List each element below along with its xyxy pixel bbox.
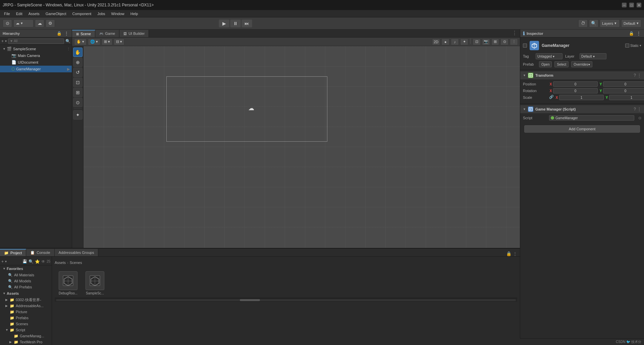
tool-hand[interactable]: ✋	[73, 48, 83, 57]
step-button[interactable]: ⏭	[241, 19, 252, 27]
menu-assets[interactable]: Assets	[26, 11, 42, 16]
prefab-select-button[interactable]: Select	[554, 61, 569, 67]
hierarchy-arrow-icon[interactable]: ▾	[5, 39, 7, 43]
history-button[interactable]: ⏱	[578, 19, 588, 27]
menu-file[interactable]: File	[1, 11, 13, 16]
gamescript-help-icon[interactable]: ?	[634, 107, 636, 112]
menu-gameobject[interactable]: GameObject	[43, 11, 69, 16]
tool-rotate[interactable]: ↺	[73, 68, 83, 77]
prefab-overrides-button[interactable]: Overrides ▾	[571, 61, 592, 67]
gamescript-header[interactable]: ▼ Game Manager (Script) ? ⋮	[520, 105, 644, 113]
scene-tab-more[interactable]: ⋮	[509, 29, 520, 37]
ps-folder-gamemanag[interactable]: ▷ 📁 GameManag...	[0, 333, 52, 339]
menu-component[interactable]: Component	[69, 11, 94, 16]
transform-settings-icon[interactable]: ⋮	[637, 73, 641, 78]
ps-folder-scenes[interactable]: ▷ 📁 Scenes	[0, 321, 52, 327]
project-star-icon[interactable]: ⭐	[35, 259, 40, 264]
ps-item-all-prefabs[interactable]: 🔍 All Prefabs	[0, 284, 52, 290]
scroll-track[interactable]	[56, 299, 516, 301]
transform-help-icon[interactable]: ?	[634, 73, 636, 78]
scene-more-btn[interactable]: ⋮	[510, 39, 518, 45]
hierarchy-lock-icon[interactable]: 🔒	[56, 31, 62, 36]
scale-y-input[interactable]	[609, 95, 644, 100]
hierarchy-menu-icon[interactable]: ⋮	[64, 31, 69, 36]
tab-addressables[interactable]: Addressables Groups	[55, 249, 99, 256]
toolbar-collab-button[interactable]: ⊙	[3, 19, 12, 27]
menu-help[interactable]: Help	[128, 11, 141, 16]
scene-view-dropdown[interactable]: ⊞	[491, 39, 499, 45]
scene-2d-button[interactable]: 2D	[432, 39, 440, 45]
ps-item-all-materials[interactable]: 🔍 All Materials	[0, 272, 52, 278]
hierarchy-add-icon[interactable]: +	[1, 39, 4, 44]
scene-fx-button[interactable]: ✦	[460, 39, 468, 45]
scene-grid-dropdown[interactable]: ⊟ ▾	[114, 39, 124, 45]
obj-static-arrow[interactable]: ▾	[640, 44, 641, 47]
asset-item-samplescene[interactable]: SampleSc...	[83, 270, 107, 296]
tool-scale[interactable]: ⊡	[73, 78, 83, 87]
favorites-section-header[interactable]: ▼ Favorites	[0, 265, 52, 272]
layer-dropdown[interactable]: Default ▾	[580, 53, 606, 59]
script-select-icon[interactable]: ⊙	[638, 116, 641, 120]
inspector-lock-icon[interactable]: 🔒	[628, 31, 635, 36]
samplescene-more[interactable]: ⋮	[67, 47, 72, 51]
ps-item-all-models[interactable]: 🔍 All Models	[0, 278, 52, 284]
toolbar-cloud-button[interactable]: ☁	[35, 19, 44, 27]
ps-folder-addressable[interactable]: ▶ 📁 AddressableAs...	[0, 303, 52, 309]
project-lock-icon[interactable]: 🔒	[506, 251, 512, 256]
project-add-arrow[interactable]: ▾	[5, 260, 7, 263]
scene-snap-dropdown[interactable]: ⊞ ▾	[102, 39, 112, 45]
scale-lock-icon[interactable]: 🔗	[549, 95, 554, 100]
toolbar-account-dropdown[interactable]: ☁ ▾	[13, 19, 34, 27]
tool-transform[interactable]: ⊙	[73, 98, 83, 107]
rotation-x-input[interactable]	[553, 88, 598, 93]
tab-uibuilder[interactable]: 🖼 UI Builder	[119, 30, 149, 37]
tab-scene[interactable]: ⊞ Scene	[72, 30, 95, 37]
add-component-button[interactable]: Add Component	[524, 125, 640, 133]
assets-section-header[interactable]: ▼ Assets	[0, 290, 52, 297]
breadcrumb-scenes[interactable]: Scenes	[70, 261, 82, 265]
hierarchy-item-gamemanager[interactable]: ▷ ⬡ GameManager ▶	[0, 66, 72, 72]
menu-window[interactable]: Window	[109, 11, 127, 16]
ps-folder-0302[interactable]: ▶ 📁 0302-快看世界-	[0, 297, 52, 303]
scene-gizmo-dropdown[interactable]: 🌐 ▾	[88, 39, 100, 45]
play-button[interactable]: ▶	[219, 19, 229, 27]
scroll-thumb[interactable]	[240, 299, 260, 301]
prefab-open-button[interactable]: Open	[539, 61, 552, 67]
pause-button[interactable]: ⏸	[230, 19, 241, 27]
obj-static-checkbox[interactable]	[625, 44, 629, 48]
scene-gizmos-btn[interactable]: ⊡	[473, 39, 481, 45]
tool-rect[interactable]: ⊞	[73, 88, 83, 97]
tag-dropdown[interactable]: Untagged ▾	[536, 53, 562, 59]
menu-jobs[interactable]: Jobs	[95, 11, 108, 16]
gamemanager-more[interactable]: ▶	[67, 67, 71, 71]
layers-dropdown[interactable]: Layers ▾	[600, 19, 620, 27]
tool-move[interactable]: ⊕	[73, 58, 83, 67]
hierarchy-item-maincamera[interactable]: ▷ 📷 Main Camera	[0, 52, 72, 59]
scene-light-button[interactable]: ●	[441, 39, 449, 45]
ps-folder-picture[interactable]: ▷ 📁 Picture	[0, 309, 52, 315]
scale-x-input[interactable]	[559, 95, 604, 100]
scene-camera-btn[interactable]: 📷	[482, 39, 490, 45]
close-button[interactable]: ✕	[637, 3, 641, 7]
asset-item-debugroom[interactable]: DebugRoo...	[56, 270, 80, 296]
project-search-icon[interactable]: 🔍	[29, 259, 34, 264]
position-x-input[interactable]	[553, 81, 598, 87]
menu-edit[interactable]: Edit	[13, 11, 25, 16]
breadcrumb-assets[interactable]: Assets	[55, 261, 66, 265]
hierarchy-search-input[interactable]	[8, 39, 64, 44]
tab-console[interactable]: 📋 Console	[26, 249, 54, 256]
inspector-menu-icon[interactable]: ⋮	[636, 31, 641, 36]
ps-folder-prefabs[interactable]: ▷ 📁 Prefabs	[0, 315, 52, 321]
project-scrollbar[interactable]	[55, 298, 517, 302]
rotation-y-input[interactable]	[603, 88, 644, 93]
tab-game[interactable]: 🎮 Game	[95, 30, 119, 37]
scene-audio-button[interactable]: ♪	[451, 39, 459, 45]
ps-folder-textmesh[interactable]: ▶ 📁 TextMesh Pro	[0, 339, 52, 345]
hierarchy-search-icon[interactable]: 🔍	[65, 39, 70, 44]
tool-custom[interactable]: ✦	[73, 110, 83, 120]
project-save-icon[interactable]: 💾	[22, 259, 27, 264]
hierarchy-item-samplescene[interactable]: ▼ 🎬 SampleScene ⋮	[0, 46, 72, 52]
project-add-icon[interactable]: +	[1, 259, 4, 264]
maximize-button[interactable]: □	[629, 3, 634, 7]
gamescript-settings-icon[interactable]: ⋮	[637, 107, 641, 112]
